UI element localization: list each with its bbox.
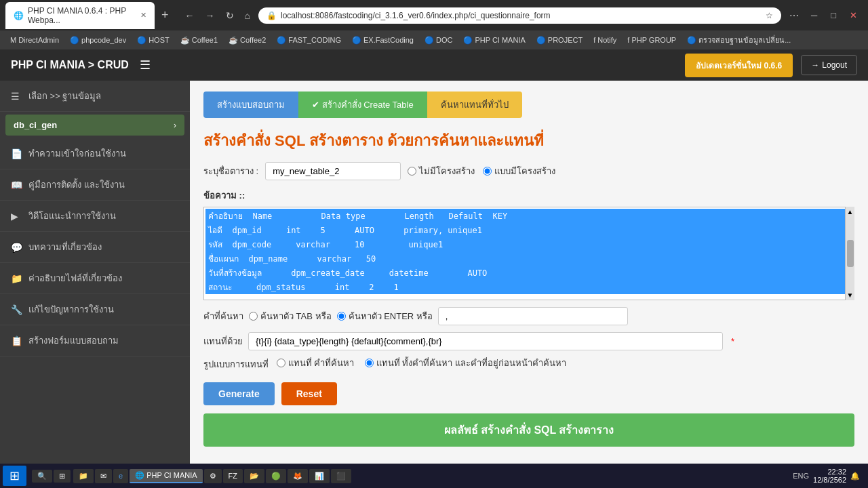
bookmark-icon: 🔵 <box>536 36 546 45</box>
radio-no-structure[interactable]: ไม่มีโครงสร้าง <box>408 164 475 178</box>
bookmark-check-db[interactable]: 🔵 ตรวจสอบฐานข้อมูลเปลี่ยน... <box>682 32 795 48</box>
new-tab-button[interactable]: + <box>159 8 172 22</box>
bookmark-phpgroup[interactable]: f PHP GROUP <box>623 34 681 46</box>
radio-with-structure[interactable]: แบบมีโครงสร้าง <box>483 164 555 178</box>
lock-icon: 🔒 <box>267 11 277 20</box>
bookmark-icon: f <box>593 36 595 44</box>
bookmark-icon: 🔵 <box>352 36 361 45</box>
bookmark-project[interactable]: 🔵 PROJECT <box>532 34 587 47</box>
reset-button[interactable]: Reset <box>281 382 337 405</box>
sidebar-label-intro: ทำความเข้าใจก่อนใช้งาน <box>28 146 126 161</box>
taskbar-firefox[interactable]: 🦊 <box>288 469 308 483</box>
radio-search-tab-input[interactable] <box>249 312 258 321</box>
taskbar: ⊞ 🔍 ⊞ 📁 ✉ e 🌐 PHP CI MANIA ⚙ FZ 📂 🟢 🦊 📊 … <box>0 464 868 488</box>
hamburger-menu-icon[interactable]: ☰ <box>140 58 151 73</box>
bookmark-phpcode[interactable]: 🔵 phpcode_dev <box>65 34 131 47</box>
refresh-button[interactable]: ↻ <box>222 7 238 24</box>
window-minimize-button[interactable]: ─ <box>806 7 823 23</box>
sidebar-item-database[interactable]: ☰ เลือก >> ฐานข้อมูล <box>0 81 190 112</box>
taskbar-edge[interactable]: e <box>113 469 128 483</box>
scroll-up-icon[interactable]: ▲ <box>847 208 854 216</box>
bookmark-phpcimania[interactable]: 🔵 PHP CI MANIA <box>458 34 530 47</box>
start-button[interactable]: ⊞ <box>3 466 26 486</box>
taskbar-search[interactable]: 🔍 <box>32 470 52 483</box>
bookmark-coffee2[interactable]: ☕ Coffee2 <box>224 34 271 47</box>
generate-button[interactable]: Generate <box>203 382 275 405</box>
taskbar-date: 12/8/2562 <box>813 476 846 484</box>
window-maximize-button[interactable]: □ <box>825 7 842 23</box>
taskbar-explorer[interactable]: 📁 <box>73 469 94 483</box>
taskbar-browser-active[interactable]: 🌐 PHP CI MANIA <box>130 469 202 483</box>
pattern-row: รูปแบบการแทนที่ แทนที่ คำที่ค้นหา แทนที่… <box>203 356 854 371</box>
taskbar-filezilla[interactable]: FZ <box>223 469 243 483</box>
taskbar-chrome[interactable]: 🟢 <box>266 469 286 483</box>
home-button[interactable]: ⌂ <box>241 7 254 24</box>
taskbar-view[interactable]: ⊞ <box>54 470 71 483</box>
radio-search-tab[interactable]: ค้นหาตัว TAB หรือ <box>249 309 332 323</box>
radio-search-enter-input[interactable] <box>337 312 346 321</box>
taskbar-right: ENG 22:32 12/8/2562 🔔 <box>793 468 865 484</box>
bookmark-host[interactable]: 🔵 HOST <box>132 34 174 47</box>
scrollbar[interactable]: ▲ ▼ <box>845 207 854 300</box>
taskbar-folder[interactable]: 📂 <box>244 469 264 483</box>
tab-close-icon[interactable]: ✕ <box>140 11 146 20</box>
window-close-button[interactable]: ✕ <box>844 7 863 23</box>
taskbar-clock: 22:32 12/8/2562 <box>813 468 846 484</box>
forward-button[interactable]: → <box>201 7 219 24</box>
radio-pattern1-input[interactable] <box>277 359 285 367</box>
taskbar-cmd[interactable]: ⬛ <box>331 469 351 483</box>
content-label: ข้อความ :: <box>203 188 854 203</box>
bookmark-doc[interactable]: 🔵 DOC <box>420 34 457 47</box>
star-icon[interactable]: ☆ <box>766 11 773 20</box>
taskbar-excel[interactable]: 📊 <box>309 469 330 483</box>
db-name-label: db_ci_gen <box>14 120 57 130</box>
radio-pattern2-input[interactable] <box>365 359 374 367</box>
sidebar-item-form[interactable]: 📋 สร้างฟอร์มแบบสอบถาม <box>0 325 190 357</box>
pattern-label: รูปแบบการแทนที่ <box>203 359 269 369</box>
logout-button[interactable]: → Logout <box>801 55 857 75</box>
sidebar-item-video[interactable]: ▶ วิดีโอแนะนำการใช้งาน <box>0 201 190 232</box>
replace-input[interactable] <box>248 332 723 350</box>
taskbar-mail[interactable]: ✉ <box>95 469 112 483</box>
sidebar-item-files[interactable]: 📁 ค่าอธิบายไฟล์ที่เกี่ยวข้อง <box>0 263 190 294</box>
tab-title: PHP CI MANIA 0.6.4 : PHP Webpa... <box>28 6 136 25</box>
search-separator-input[interactable] <box>438 307 628 325</box>
bookmark-exfastcoding[interactable]: 🔵 EX.FastCoding <box>347 34 418 47</box>
tab-create-table[interactable]: ✔ สร้างคำสั่ง Create Table <box>298 92 427 118</box>
replace-label: แทนที่ด้วย <box>203 334 243 348</box>
extensions-button[interactable]: ⋯ <box>785 7 803 24</box>
sidebar-db-item[interactable]: db_ci_gen › <box>5 115 184 136</box>
bookmark-directadmin[interactable]: M DirectAdmin <box>5 34 64 46</box>
main-layout: ☰ เลือก >> ฐานข้อมูล db_ci_gen › 📄 ทำควา… <box>0 81 868 488</box>
radio-with-structure-input[interactable] <box>483 167 492 176</box>
replace-row: แทนที่ด้วย * <box>203 332 854 350</box>
bookmark-notify[interactable]: f Notify <box>589 34 621 46</box>
sidebar-item-fix[interactable]: 🔧 แก้ไขปัญหาการใช้งาน <box>0 294 190 325</box>
table-name-input[interactable] <box>265 162 401 180</box>
sidebar-item-articles[interactable]: 💬 บทความที่เกี่ยวข้อง <box>0 232 190 263</box>
radio-no-structure-input[interactable] <box>408 167 416 176</box>
back-button[interactable]: ← <box>181 7 199 24</box>
bookmark-icon: 🔵 <box>277 36 286 45</box>
radio-pattern1[interactable]: แทนที่ คำที่ค้นหา <box>277 356 355 370</box>
tab-questionnaire[interactable]: สร้างแบบสอบถาม <box>203 92 298 118</box>
sidebar-item-manual[interactable]: 📖 คู่มือการติดตั้ง และใช้งาน <box>0 169 190 201</box>
radio-search-enter[interactable]: ค้นหาตัว ENTER หรือ <box>337 309 433 323</box>
bookmark-icon: 🔵 <box>70 36 79 45</box>
address-bar[interactable]: 🔒 localhost:8086/fastcoding/ci_3.1.6_ver… <box>258 7 781 24</box>
scroll-down-icon[interactable]: ▼ <box>847 291 854 299</box>
manual-icon: 📖 <box>11 180 23 190</box>
scroll-thumb[interactable] <box>847 240 854 267</box>
content-textarea[interactable]: คำอธิบาย Name Data type Length Default K… <box>203 207 854 300</box>
bookmark-fastcoding[interactable]: 🔵 FAST_CODING <box>272 34 346 47</box>
search-row: คำที่ค้นหา ค้นหาตัว TAB หรือ ค้นหาตัว EN… <box>203 307 854 325</box>
tab-search-replace[interactable]: ค้นหาแทนที่ทั่วไป <box>427 92 522 118</box>
taskbar-settings[interactable]: ⚙ <box>204 469 222 483</box>
bookmark-coffee1[interactable]: ☕ Coffee1 <box>176 34 222 47</box>
browser-tab[interactable]: 🌐 PHP CI MANIA 0.6.4 : PHP Webpa... ✕ <box>5 2 155 29</box>
update-version-button[interactable]: อัปเดตเวอร์ชั่นใหม่ 0.6.6 <box>685 54 793 77</box>
app-title: PHP CI MANIA > CRUD <box>11 59 129 71</box>
sidebar-item-intro[interactable]: 📄 ทำความเข้าใจก่อนใช้งาน <box>0 138 190 169</box>
taskbar-notification[interactable]: 🔔 <box>850 472 860 481</box>
radio-pattern2[interactable]: แทนที่ ทั้งคำที่ค้นหา และคำที่อยู่ก่อนหน… <box>365 356 566 370</box>
